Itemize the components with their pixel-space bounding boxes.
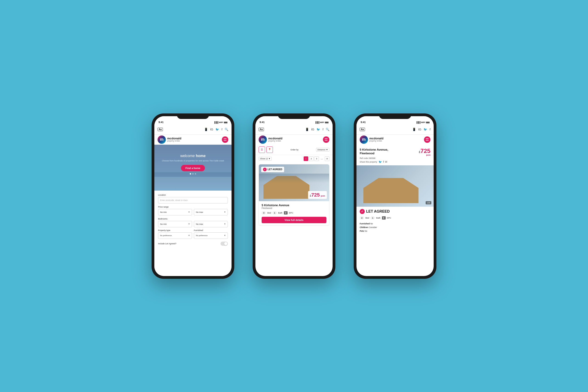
hamburger-3[interactable]: [424, 136, 430, 143]
list-view-btn[interactable]: ☰: [259, 146, 265, 153]
filter-bar: ☰ 📍 Order by Distance ▼: [256, 145, 332, 155]
twitter-share-icon[interactable]: 🐦: [378, 160, 382, 164]
bed-max-select[interactable]: No max ▼: [194, 221, 228, 227]
page-1-label: 1: [305, 158, 306, 160]
hero-welcome: welcome home: [154, 154, 232, 158]
price-label: Price range: [158, 206, 228, 208]
pagination-bar: Show 12 ▼ 1 2 3 ... 8: [256, 155, 332, 162]
prop-location-2: Fleetwood: [262, 207, 326, 210]
logo-1: m mcdonald property rentals: [158, 136, 181, 144]
ham-line-6: [325, 140, 328, 141]
bedrooms-row: No min ▼ No max ▼: [158, 221, 228, 227]
battery-icon: ▮▮▮: [224, 121, 228, 124]
facebook-icon-2[interactable]: f: [322, 128, 324, 131]
bed-count-2: 3: [262, 211, 266, 214]
ham-line-4: [325, 138, 328, 139]
search-icon-1[interactable]: 🔍: [225, 128, 228, 131]
twitter-icon-2[interactable]: 🐦: [316, 128, 320, 131]
dot-3: [195, 173, 196, 174]
facebook-icon-1[interactable]: f: [222, 128, 222, 131]
page-btn-8[interactable]: 8: [325, 156, 329, 161]
logo-bar-2: m mcdonald property rentals: [256, 134, 332, 145]
logo-bar-3: m mcdonald property rentals: [356, 134, 434, 145]
let-agreed-toggle[interactable]: [220, 242, 228, 246]
instagram-icon-3[interactable]: IG: [418, 128, 422, 131]
ham-line-1: [224, 138, 226, 139]
phone-icon-3[interactable]: 📱: [412, 128, 416, 131]
prop-detail-top: 5 Kirkstone Avenue, Fleetwood £725 pcm R…: [356, 145, 434, 165]
price-tag-2: £725 pcm: [308, 191, 327, 199]
facebook-share-icon[interactable]: f: [383, 160, 384, 164]
phones-container: 9:41 ▐▐▐ WiFi ▮▮▮ Aa 📱 IG 🐦 f 🔍: [152, 114, 436, 279]
pets-val-text: No: [365, 230, 368, 232]
bed-min-arrow: ▼: [188, 223, 190, 225]
page-btn-2[interactable]: 2: [309, 156, 314, 161]
nav-aa-3[interactable]: Aa: [360, 128, 365, 131]
price-max-select[interactable]: No max ▼: [194, 209, 228, 216]
notch-1: [177, 114, 209, 119]
ham-line-3: [224, 140, 226, 141]
image-counter: 1/8: [426, 201, 431, 204]
phone-icon-1[interactable]: 📱: [204, 128, 208, 131]
let-agreed-label: Include Let Agreed?: [158, 242, 176, 245]
nav-aa-2[interactable]: Aa: [259, 128, 264, 131]
nav-aa-1[interactable]: Aa: [158, 128, 163, 131]
prop-type-select[interactable]: No preference ▼: [158, 232, 192, 239]
children-val-text: Consider: [369, 226, 377, 228]
prop-title-2: 5 Kirkstone Avenue: [262, 204, 326, 207]
search-icon-2[interactable]: 🔍: [326, 128, 329, 131]
ham-line-9: [426, 140, 428, 141]
ham-line-5: [325, 140, 328, 140]
hamburger-1[interactable]: [222, 136, 228, 143]
location-input[interactable]: Enter postcode, street or town: [158, 197, 228, 204]
hamburger-2[interactable]: [323, 136, 329, 143]
wifi-icon: WiFi: [219, 121, 223, 124]
detail-address-line1: 5 Kirkstone Avenue,: [360, 148, 388, 151]
prop-type-arrow: ▼: [188, 234, 190, 236]
price-min-select[interactable]: No min ▼: [158, 209, 192, 216]
type-furnished-row: Property type No preference ▼ Furnished …: [158, 229, 228, 239]
ham-line-2: [224, 140, 226, 140]
facebook-icon-3[interactable]: f: [430, 128, 430, 131]
detail-bath-count: 1: [370, 216, 375, 220]
furnished-select[interactable]: No preference ▼: [194, 232, 228, 239]
phone-3: 9:41 ▐▐▐ WiFi ▮▮▮ Aa 📱 IG 🐦 f: [354, 114, 436, 279]
logo-2: m mcdonald property rentals: [259, 136, 282, 144]
order-arrow: ▼: [326, 148, 328, 151]
detail-features: 2 Bed 1 Bath E EPC: [360, 216, 430, 220]
show-select[interactable]: Show 12 ▼: [259, 157, 272, 160]
bed-label-2: Bed: [267, 212, 271, 214]
wifi-icon-2: WiFi: [320, 121, 324, 124]
nav-bar-2: Aa 📱 IG 🐦 f 🔍: [256, 124, 332, 134]
instagram-icon-2[interactable]: IG: [311, 128, 314, 131]
find-home-btn[interactable]: Find a home: [181, 165, 205, 171]
price-value-2: 725: [311, 192, 320, 198]
price-row: No min ▼ No max ▼: [158, 209, 228, 216]
price-max-arrow: ▼: [224, 211, 226, 213]
welcome-bold: home: [196, 154, 206, 158]
order-dropdown[interactable]: Distance ▼: [316, 148, 329, 152]
instagram-icon-1[interactable]: IG: [210, 128, 214, 131]
page-btn-3[interactable]: 3: [314, 156, 319, 161]
detail-bed-label: Bed: [366, 217, 369, 219]
phone-2: 9:41 ▐▐▐ WiFi ▮▮▮ Aa 📱 IG 🐦 f 🔍: [253, 114, 335, 279]
bed-min-select[interactable]: No min ▼: [158, 221, 192, 227]
order-value: Distance: [318, 148, 326, 151]
map-view-btn[interactable]: 📍: [266, 146, 273, 153]
signal-icon-2: ▐▐▐: [315, 121, 319, 124]
email-share-icon[interactable]: ✉: [385, 160, 387, 164]
twitter-icon-1[interactable]: 🐦: [216, 128, 219, 131]
page-btn-1[interactable]: 1: [304, 156, 308, 161]
brand-name-1: mcdonald: [167, 137, 181, 140]
ham-line-8: [426, 140, 428, 140]
view-details-btn-2[interactable]: View full details: [262, 217, 326, 223]
epc-label-2: EPC: [289, 212, 293, 214]
hero-dots: [154, 173, 232, 174]
bed-max-arrow: ▼: [224, 223, 226, 225]
twitter-icon-3[interactable]: 🐦: [424, 128, 427, 131]
detail-pound: £: [419, 150, 420, 154]
epc-grade-2: D: [284, 211, 288, 214]
furnished-label: Furnished: [194, 229, 228, 232]
order-by-label: Order by: [290, 148, 298, 151]
phone-icon-2[interactable]: 📱: [305, 128, 309, 131]
